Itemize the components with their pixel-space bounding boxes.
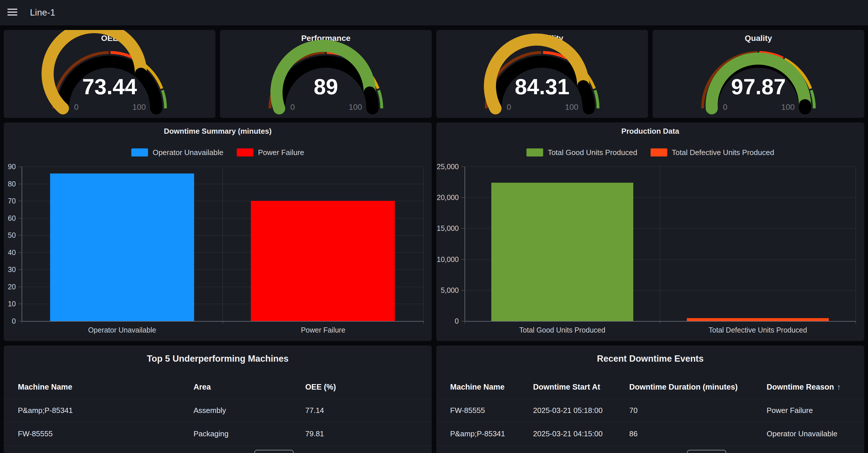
gauge-min-label: 0 [506,102,511,112]
column-header-machine-name[interactable]: Machine Name [18,383,193,392]
y-tick-label: 70 [4,197,16,205]
gauge-min-label: 0 [74,102,79,112]
y-axis-line [22,167,22,321]
plot-vline [423,167,424,321]
y-tick-label: 90 [4,162,16,171]
top-nav-bar: Line-1 [0,0,868,25]
bar-power-failure [251,201,395,321]
menu-icon[interactable] [7,9,18,17]
panel-oee-gauge: OEE 73.440100 [4,30,215,118]
cell-downtime-start: 2025-03-21 04:15:00 [533,429,629,438]
y-tick-label: 60 [4,214,16,222]
x-category-label: Operator Unavailable [22,326,223,334]
x-tick-mark [423,321,424,324]
legend-swatch [526,148,543,156]
cell-downtime-reason: Power Failure [767,406,864,415]
cell-machine-name: P&amp;P-85341 [18,406,193,415]
column-header-downtime-start[interactable]: Downtime Start At [533,383,629,392]
legend-label: Total Defective Units Produced [672,148,774,157]
y-tick-label: 40 [4,248,16,257]
y-tick-mark [19,269,21,270]
y-tick-label: 5,000 [436,286,459,295]
gauge-svg: 890100 [220,30,432,118]
x-tick-mark [660,321,660,324]
y-tick-label: 0 [4,317,16,325]
column-header-area[interactable]: Area [193,383,305,392]
y-tick-label: 30 [4,265,16,274]
y-tick-mark [461,198,464,198]
y-tick-mark [19,167,21,167]
gauge-threshold-ring [379,90,381,108]
legend-item[interactable]: Operator Unavailable [131,148,223,157]
y-tick-mark [19,235,21,236]
y-tick-mark [19,304,21,304]
cell-area: Assembly [193,406,305,415]
table-divider [4,445,432,446]
panel-title: Production Data [436,126,864,136]
cell-downtime-duration: 70 [629,406,767,415]
legend-swatch [131,148,148,156]
column-header-oee-pct[interactable]: OEE (%) [305,383,432,392]
y-tick-label: 50 [4,231,16,239]
gauge-remainder-arc [583,86,589,108]
x-tick-mark [22,321,22,324]
bar-total-defective-units-produced [687,318,829,321]
underperforming-machines-table: Machine Name Area OEE (%) P&amp;P-85341 … [4,375,432,446]
column-header-downtime-duration[interactable]: Downtime Duration (minutes) [629,383,767,392]
column-header-downtime-reason[interactable]: Downtime Reason ↑ [767,383,864,392]
y-tick-label: 10 [4,299,16,308]
column-header-machine-name[interactable]: Machine Name [450,383,533,392]
gauge-value-text: 84.31 [515,74,569,99]
gauge-svg: 84.310100 [436,30,648,118]
y-tick-mark [19,287,21,287]
gauge-remainder-arc [370,92,373,108]
y-tick-mark [461,259,464,260]
gauge-threshold-ring [162,90,165,108]
legend-swatch [651,148,667,156]
y-tick-label: 0 [436,317,459,325]
legend-item[interactable]: Total Defective Units Produced [651,148,774,157]
panel-downtime-summary-chart: Downtime Summary (minutes) Operator Unav… [4,122,432,341]
gauge-threshold-ring [595,90,598,108]
y-tick-mark [19,321,21,321]
recent-downtime-events-table: Machine Name Downtime Start At Downtime … [436,375,864,446]
plot-vline [856,167,856,321]
gauge-min-label: 0 [290,102,295,112]
plot-vline [660,167,660,321]
y-tick-mark [461,321,464,321]
gauge-threshold-ring [811,90,814,108]
gauge-max-label: 100 [132,102,146,112]
x-category-label: Total Good Units Produced [465,326,660,334]
legend-item[interactable]: Total Good Units Produced [526,148,637,157]
gauge-svg: 97.870100 [653,30,864,118]
x-category-label: Power Failure [223,326,424,334]
y-tick-label: 15,000 [436,224,459,233]
bar-total-good-units-produced [491,183,633,321]
panel-title: Recent Downtime Events [436,354,864,364]
gauge-value-text: 97.87 [731,74,786,99]
y-tick-mark [461,167,464,167]
y-tick-mark [19,218,21,218]
panel-production-data-chart: Production Data Total Good Units Produce… [436,122,864,341]
panel-performance-gauge: Performance 890100 [220,30,432,118]
gauge-value-text: 73.44 [82,74,137,99]
pagination-button[interactable] [687,450,726,453]
cell-downtime-start: 2025-03-21 05:18:00 [533,406,629,415]
y-tick-mark [461,290,464,291]
gauge-max-label: 100 [565,102,579,112]
x-tick-mark [223,321,223,324]
dashboard-screen: Line-1 OEE 73.440100 Performance 890100 … [0,0,868,453]
panel-availability-gauge: Availability 84.310100 [436,30,648,118]
pagination-button[interactable] [254,450,294,453]
panel-title: Top 5 Underperforming Machines [4,354,432,364]
y-tick-mark [19,184,21,184]
y-axis-line [465,167,465,321]
cell-machine-name: P&amp;P-85341 [450,429,533,438]
cell-area: Packaging [193,429,305,438]
legend-label: Power Failure [258,148,304,157]
legend-item[interactable]: Power Failure [237,148,304,157]
cell-oee-pct: 79.81 [305,429,432,438]
legend-label: Operator Unavailable [153,148,223,157]
panel-underperforming-machines: Top 5 Underperforming Machines Machine N… [4,345,432,453]
table-row: P&amp;P-85341 2025-03-21 04:15:00 86 Ope… [436,422,864,445]
